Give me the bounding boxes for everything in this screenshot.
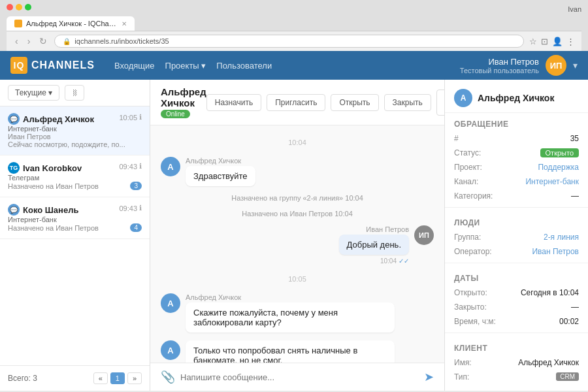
brand-icon: IQ bbox=[10, 57, 27, 74]
message-content: Альфред Хичкок Здравствуйте bbox=[186, 157, 255, 186]
info-label: Проект: bbox=[454, 163, 482, 172]
info-row: Категория: — bbox=[445, 189, 588, 203]
section-title-people: Люди bbox=[445, 212, 588, 230]
right-panel: А Альфред Хичкок Обращение # 35 Статус: … bbox=[444, 80, 588, 391]
info-icon: ℹ bbox=[139, 162, 142, 171]
export-button[interactable]: Экспорт ▾ bbox=[436, 90, 444, 116]
user-name: Иван Петров bbox=[460, 57, 539, 67]
ticket-list: 💬 Альфред Хичкок 10:05 ℹ Интернет-банк И… bbox=[0, 106, 150, 365]
brand-name: CHANNELS bbox=[31, 59, 95, 71]
ticket-preview: Назначено на Иван Петров bbox=[8, 182, 99, 190]
message-row: А Альфред Хичкок Здравствуйте bbox=[161, 157, 434, 186]
close-button[interactable]: Закрыть bbox=[384, 94, 431, 111]
star-icon[interactable]: ☆ bbox=[529, 37, 537, 46]
client-panel-name: Альфред Хичкок bbox=[478, 93, 554, 103]
nav-links: Входящие Проекты ▾ Пользователи bbox=[114, 61, 272, 71]
info-label: Время, ч:м: bbox=[454, 317, 496, 326]
ticket-name: 💬 Альфред Хичкок bbox=[8, 113, 94, 125]
ticket-badge: 4 bbox=[130, 223, 142, 232]
pagination: « 1 » bbox=[93, 372, 142, 384]
left-panel: Текущие ▾ ⧚ 💬 Альфред Хичкок 10:05 ℹ bbox=[0, 80, 150, 391]
system-message: Назначено на Иван Петров 10:04 bbox=[161, 210, 434, 218]
brand-logo: IQ CHANNELS bbox=[10, 57, 95, 74]
message-bubble-agent: Добрый день. bbox=[339, 235, 409, 255]
info-icon: ℹ bbox=[139, 204, 142, 212]
prev-page-button[interactable]: « bbox=[93, 372, 108, 384]
user-avatar[interactable]: ИП bbox=[546, 55, 566, 76]
ticket-item[interactable]: 💬 Коко Шанель 09:43 ℹ Интернет-банк Назн… bbox=[0, 197, 150, 239]
total-label: Всего: 3 bbox=[8, 374, 37, 383]
menu-icon[interactable]: ⋮ bbox=[566, 37, 575, 46]
ticket-preview: Сейчас посмотрю, подождите, по... bbox=[8, 140, 142, 148]
telegram-icon: TG bbox=[8, 162, 20, 174]
user-menu-chevron[interactable]: ▾ bbox=[573, 60, 578, 71]
time-marker: 10:05 bbox=[161, 275, 434, 283]
assign-button[interactable]: Назначить bbox=[206, 94, 261, 111]
group-link[interactable]: 2-я линия bbox=[544, 233, 579, 242]
next-page-button[interactable]: » bbox=[127, 372, 142, 384]
nav-users[interactable]: Пользователи bbox=[216, 61, 272, 71]
info-row: Канал: Интернет-банк bbox=[445, 174, 588, 189]
conversation-header: Альфред Хичкок Online Назначить Пригласи… bbox=[150, 80, 444, 125]
ticket-item[interactable]: 💬 Альфред Хичкок 10:05 ℹ Интернет-банк И… bbox=[0, 106, 150, 155]
info-icon: ℹ bbox=[139, 113, 142, 122]
ticket-name: 💬 Коко Шанель bbox=[8, 204, 78, 216]
left-panel-header: Текущие ▾ ⧚ bbox=[0, 80, 150, 106]
section-title-ticket: Обращение bbox=[445, 113, 588, 131]
invite-button[interactable]: Пригласить bbox=[267, 94, 325, 111]
tab-close-icon[interactable]: ✕ bbox=[122, 20, 127, 27]
info-row: Оператор: Иван Петров bbox=[445, 244, 588, 259]
project-link[interactable]: Поддержка bbox=[538, 163, 579, 172]
client-avatar: А bbox=[161, 157, 180, 176]
url-display: iqchannels.ru/inbox/tickets/35 bbox=[74, 37, 169, 45]
ticket-time: 09:43 ℹ bbox=[119, 162, 142, 171]
filter-dropdown-button[interactable]: Текущие ▾ bbox=[8, 85, 59, 101]
message-input[interactable] bbox=[180, 372, 419, 382]
message-sender: Альфред Хичкок bbox=[186, 157, 255, 165]
channel-link[interactable]: Интернет-банк bbox=[525, 177, 579, 186]
ticket-agent: Иван Петров bbox=[8, 133, 142, 140]
read-icon: ✓✓ bbox=[399, 257, 409, 265]
attach-button[interactable]: 📎 bbox=[161, 370, 175, 384]
section-title-client: Клиент bbox=[445, 337, 588, 355]
info-row: # 35 bbox=[445, 131, 588, 146]
nav-projects[interactable]: Проекты ▾ bbox=[165, 61, 206, 71]
ticket-channel: Интернет-банк bbox=[8, 216, 142, 223]
info-row: Группа: 2-я линия bbox=[445, 230, 588, 244]
messages-area: 10:04 А Альфред Хичкок Здравствуйте Назн… bbox=[150, 125, 444, 363]
info-label: Закрыто: bbox=[454, 302, 487, 312]
send-button[interactable]: ➤ bbox=[424, 370, 434, 384]
info-label: Имя: bbox=[454, 358, 472, 367]
info-row: Статус: Открыто bbox=[445, 146, 588, 160]
ticket-item[interactable]: TG Ivan Korobkov 09:43 ℹ Телеграм Назнач… bbox=[0, 155, 150, 197]
open-button[interactable]: Открыть bbox=[331, 94, 378, 111]
current-page-button[interactable]: 1 bbox=[110, 372, 125, 384]
refresh-button[interactable]: ↻ bbox=[37, 36, 49, 46]
operator-link[interactable]: Иван Петров bbox=[532, 247, 579, 256]
extension-icon[interactable]: ⊡ bbox=[541, 37, 548, 46]
nav-inbox[interactable]: Входящие bbox=[114, 61, 155, 71]
client-avatar: А bbox=[161, 340, 180, 360]
filter-icon-button[interactable]: ⧚ bbox=[65, 85, 84, 101]
message-row: А Только что попробовал снять наличные в… bbox=[161, 340, 434, 363]
left-panel-footer: Всего: 3 « 1 » bbox=[0, 365, 150, 391]
info-label: # bbox=[454, 134, 459, 143]
back-button[interactable]: ‹ bbox=[13, 36, 20, 46]
address-bar[interactable]: 🔒 iqchannels.ru/inbox/tickets/35 bbox=[54, 35, 524, 48]
info-label: Статус: bbox=[454, 148, 481, 157]
client-header: А Альфред Хичкок bbox=[445, 80, 588, 113]
client-panel-avatar: А bbox=[454, 89, 472, 107]
info-row: Проект: Поддержка bbox=[445, 160, 588, 174]
info-value: — bbox=[571, 302, 579, 312]
info-value: Сегодня в 10:04 bbox=[521, 288, 579, 297]
conversation-title-area: Альфред Хичкок Online bbox=[161, 86, 206, 118]
account-icon[interactable]: 👤 bbox=[552, 37, 563, 46]
user-label-chrome: Ivan bbox=[568, 5, 581, 13]
info-row: Тип: CRM bbox=[445, 370, 588, 384]
user-role: Тестовый пользователь bbox=[460, 67, 539, 74]
info-row: Имя: Альфред Хичкок bbox=[445, 355, 588, 370]
tab-title: Альфред Хичкок - IQChannels bbox=[26, 20, 118, 27]
browser-tab[interactable]: Альфред Хичкок - IQChannels ✕ bbox=[7, 16, 135, 31]
forward-button[interactable]: › bbox=[25, 36, 33, 46]
ticket-name: TG Ivan Korobkov bbox=[8, 162, 82, 174]
